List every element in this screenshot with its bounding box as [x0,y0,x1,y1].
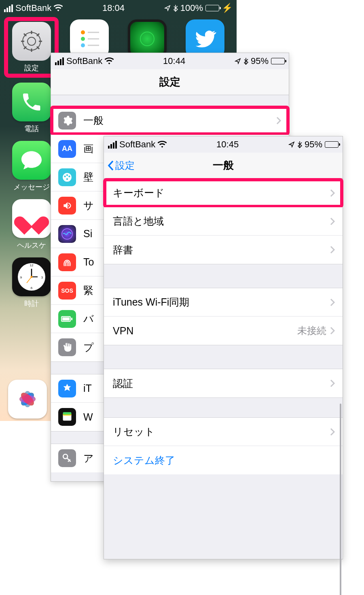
fingerprint-icon [58,253,76,271]
chevron-right-icon [330,245,335,254]
app-label: 設定 [24,63,39,73]
speaker-icon [58,197,76,215]
nav-bar: 設定 [51,69,289,95]
sos-icon: SOS [58,282,76,300]
svg-point-24 [30,276,32,278]
status-bar: SoftBank 18:04 100% ⚡ [0,0,237,16]
svg-text:9: 9 [20,276,22,279]
app-label: メッセージ [13,182,50,192]
messages-icon [12,141,51,180]
svg-point-12 [81,43,85,47]
app-settings[interactable]: 設定 [6,19,56,75]
clock-label: 10:45 [216,139,239,150]
row-language-region[interactable]: 言語と地域 [104,207,343,236]
back-button[interactable]: 設定 [107,153,135,178]
row-auth[interactable]: 認証 [104,369,343,397]
signal-bars-icon [4,4,13,12]
section-separator [104,264,343,288]
carrier-label: SoftBank [15,3,51,13]
app-label: 時計 [24,299,39,308]
battery-icon [205,5,219,11]
page-title: 一般 [213,158,234,172]
chevron-right-icon [330,427,335,436]
row-vpn[interactable]: VPN 未接続 [104,317,343,345]
chevron-right-icon [330,217,335,226]
row-label: VPN [113,325,297,337]
row-label: リセット [113,425,330,438]
row-itunes-wifi-sync[interactable]: iTunes Wi-Fi同期 [104,288,343,317]
svg-point-11 [81,37,85,41]
chevron-right-icon [330,298,335,307]
battery-pct-label: 100% [180,3,203,13]
chevron-right-icon [330,326,335,335]
wifi-icon [105,57,114,65]
svg-text:6: 6 [30,286,32,290]
clock-icon: 12369 [12,257,51,296]
location-icon [235,58,241,64]
key-icon [58,449,76,467]
svg-rect-36 [62,317,70,321]
photos-icon [8,380,47,419]
battery-icon [271,58,285,64]
app-clock[interactable]: 12369 時計 [6,257,56,308]
svg-rect-39 [63,412,72,414]
svg-text:12: 12 [30,264,33,267]
row-reset[interactable]: リセット [104,418,343,446]
health-icon [12,199,51,238]
row-keyboard[interactable]: キーボード [104,179,343,207]
clock-label: 10:44 [163,56,185,66]
location-icon [288,141,295,148]
battery-icon [325,141,339,148]
bluetooth-icon [173,4,178,12]
appstore-icon [58,380,76,397]
scroll-indicator[interactable] [340,404,341,595]
status-bar: SoftBank 10:44 95% [51,53,289,69]
svg-point-1 [28,37,36,45]
phone-icon [12,83,51,121]
general-panel: SoftBank 10:45 95% 設定 一般 キーボード 言語と地域 辞書 [104,136,343,559]
chevron-right-icon [276,116,281,125]
signal-bars-icon [55,57,64,65]
app-health[interactable]: ヘルスケ [6,199,56,250]
row-label: 一般 [83,114,276,127]
display-icon: AA [58,140,76,158]
section-separator [104,345,343,369]
app-messages[interactable]: メッセージ [6,141,56,192]
row-label: キーボード [113,186,330,200]
carrier-label: SoftBank [119,139,155,150]
row-dictionary[interactable]: 辞書 [104,236,343,264]
location-icon [164,5,171,11]
app-photos[interactable] [8,380,47,419]
row-general[interactable]: 一般 [51,106,289,135]
signal-bars-icon [108,141,117,149]
svg-rect-35 [71,318,72,320]
siri-icon [58,225,76,243]
row-label: 認証 [113,377,330,390]
row-shutdown[interactable]: システム終了 [104,446,343,474]
battery-icon [58,310,76,328]
row-label: iTunes Wi-Fi同期 [113,295,330,309]
wallet-icon [58,408,76,426]
back-label: 設定 [115,159,135,172]
app-phone[interactable]: 電話 [6,83,56,134]
section-separator [104,397,343,418]
bluetooth-icon [243,57,248,65]
bluetooth-icon [297,141,302,148]
battery-pct-label: 95% [305,139,322,150]
status-bar: SoftBank 10:45 95% [104,136,343,153]
row-label: 言語と地域 [113,215,330,228]
nav-bar: 設定 一般 [104,153,343,178]
wallpaper-icon [58,168,76,186]
page-title: 設定 [159,75,180,89]
svg-point-10 [81,30,85,34]
battery-pct-label: 95% [251,56,269,66]
app-label: 電話 [24,124,39,134]
carrier-label: SoftBank [66,56,102,66]
app-label: ヘルスケ [17,240,46,250]
clock-label: 18:04 [102,3,125,13]
chevron-right-icon [330,379,335,388]
wifi-icon [158,141,167,148]
row-label: 辞書 [113,243,330,257]
charging-icon: ⚡ [222,3,233,13]
hand-icon [58,338,76,356]
